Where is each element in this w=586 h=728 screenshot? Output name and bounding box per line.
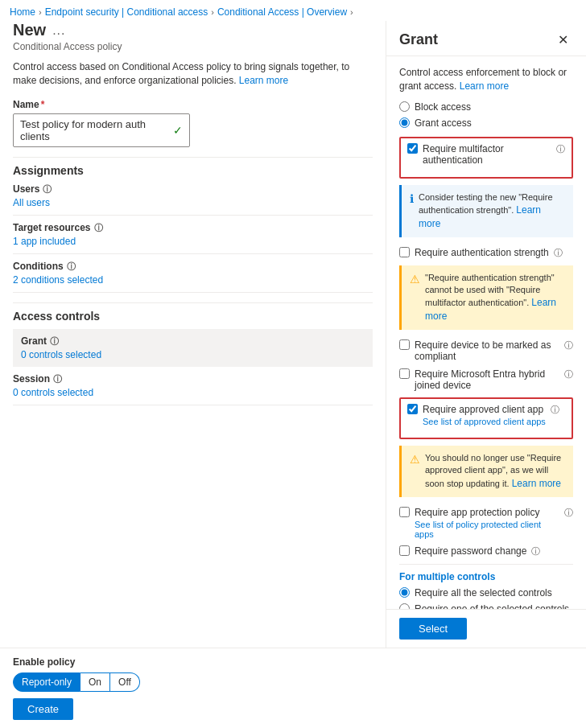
breadcrumb-overview[interactable]: Conditional Access | Overview	[217, 6, 347, 18]
users-value[interactable]: All users	[13, 197, 373, 216]
block-access-radio[interactable]	[399, 101, 410, 112]
require-hybrid-info-icon[interactable]: ⓘ	[564, 368, 573, 380]
require-password-change-label: Require password change	[415, 545, 526, 557]
require-compliant-label: Require device to be marked as compliant	[415, 339, 559, 362]
require-hybrid-checkbox[interactable]	[399, 368, 410, 379]
conditions-info-icon[interactable]: ⓘ	[67, 261, 76, 273]
name-input[interactable]: Test policy for modern auth clients ✓	[13, 113, 190, 147]
page-subtitle: Conditional Access policy	[13, 41, 373, 52]
breadcrumb: Home › Endpoint security | Conditional a…	[0, 0, 586, 21]
approved-app-link[interactable]: See list of approved client apps	[423, 417, 546, 426]
session-info-icon[interactable]: ⓘ	[53, 373, 62, 385]
grant-panel-header: Grant ✕	[386, 21, 586, 56]
bottom-bar: Enable policy Report-only On Off Create	[0, 648, 586, 728]
grant-access-radio-row: Grant access	[399, 117, 573, 129]
require-app-protection-info-icon[interactable]: ⓘ	[564, 507, 573, 519]
dots-menu[interactable]: ...	[52, 23, 65, 38]
grant-box[interactable]: Grant ⓘ 0 controls selected	[13, 329, 373, 367]
toggle-row: Report-only On Off	[13, 672, 573, 692]
right-panel: Grant ✕ Control access enforcement to bl…	[386, 21, 586, 648]
warning-approved-app-icon: ⚠	[410, 452, 420, 491]
grant-panel-description: Control access enforcement to block or g…	[399, 66, 573, 93]
require-mfa-label: Require multifactor authentication	[423, 143, 551, 166]
require-one-radio-row: Require one of the selected controls	[399, 603, 573, 609]
name-input-value: Test policy for modern auth clients	[20, 118, 173, 142]
session-label: Session ⓘ	[13, 373, 373, 385]
require-approved-app-label: Require approved client app See list of …	[423, 404, 546, 426]
app-protection-link[interactable]: See list of policy protected client apps	[415, 520, 559, 539]
grant-info-icon[interactable]: ⓘ	[50, 335, 59, 348]
grant-access-label: Grant access	[415, 117, 472, 129]
users-info-icon[interactable]: ⓘ	[43, 183, 52, 195]
name-label: Name*	[13, 99, 373, 110]
grant-panel-body: Control access enforcement to block or g…	[386, 56, 586, 609]
grant-learn-more[interactable]: Learn more	[460, 80, 509, 92]
warning-triangle-icon: ⚠	[410, 272, 420, 323]
require-all-radio[interactable]	[399, 587, 410, 598]
require-auth-strength-label: Require authentication strength	[415, 247, 549, 258]
conditions-value[interactable]: 2 conditions selected	[13, 274, 373, 293]
block-access-radio-row: Block access	[399, 101, 573, 113]
require-all-radio-row: Require all the selected controls	[399, 587, 573, 598]
require-mfa-item: Require multifactor authentication ⓘ	[407, 143, 565, 166]
require-mfa-highlight: Require multifactor authentication ⓘ	[399, 137, 573, 179]
session-value[interactable]: 0 controls selected	[13, 387, 373, 405]
enable-policy-label: Enable policy	[13, 656, 573, 668]
require-compliant-item: Require device to be marked as compliant…	[399, 339, 573, 362]
select-button[interactable]: Select	[399, 618, 467, 640]
warning-box-approved-app: ⚠ You should no longer use "Require appr…	[399, 446, 573, 497]
multiple-controls-title: For multiple controls	[399, 571, 573, 582]
require-mfa-checkbox[interactable]	[407, 143, 418, 154]
conditions-label: Conditions ⓘ	[13, 261, 373, 273]
require-approved-app-highlight: Require approved client app See list of …	[399, 397, 573, 439]
target-resources-info-icon[interactable]: ⓘ	[94, 222, 103, 234]
breadcrumb-endpoint[interactable]: Endpoint security | Conditional access	[45, 6, 208, 18]
assignments-title: Assignments	[13, 164, 373, 177]
grant-access-radio[interactable]	[399, 117, 410, 128]
close-button[interactable]: ✕	[553, 31, 573, 49]
require-approved-app-info-icon[interactable]: ⓘ	[551, 404, 559, 416]
require-app-protection-label: Require app protection policy See list o…	[415, 507, 559, 539]
description-text: Control access based on Conditional Acce…	[13, 60, 373, 88]
require-approved-app-item: Require approved client app See list of …	[407, 404, 565, 426]
require-password-change-item: Require password change ⓘ	[399, 545, 573, 557]
grant-label: Grant ⓘ	[21, 335, 365, 348]
require-auth-strength-checkbox[interactable]	[399, 247, 410, 257]
checkmark-icon: ✓	[173, 124, 183, 137]
grant-panel-footer: Select	[386, 609, 586, 648]
warning-auth-learn-more[interactable]: Learn more	[425, 297, 556, 322]
page-title: New	[13, 21, 46, 39]
require-app-protection-checkbox[interactable]	[399, 507, 410, 517]
left-panel: New ... Conditional Access policy Contro…	[0, 21, 386, 648]
require-one-radio[interactable]	[399, 603, 410, 609]
require-approved-app-checkbox[interactable]	[407, 404, 418, 414]
require-hybrid-label: Require Microsoft Entra hybrid joined de…	[415, 368, 559, 391]
require-compliant-checkbox[interactable]	[399, 339, 410, 350]
require-one-label: Require one of the selected controls	[415, 603, 569, 609]
require-auth-strength-info-icon[interactable]: ⓘ	[554, 247, 563, 259]
breadcrumb-sep3: ›	[350, 7, 353, 17]
toggle-report-only[interactable]: Report-only	[13, 672, 80, 692]
create-button[interactable]: Create	[13, 698, 73, 720]
breadcrumb-home[interactable]: Home	[10, 6, 35, 18]
require-mfa-info-icon[interactable]: ⓘ	[556, 143, 565, 155]
warning-approved-learn-more[interactable]: Learn more	[512, 478, 561, 489]
require-auth-strength-item: Require authentication strength ⓘ	[399, 247, 573, 259]
info-learn-more[interactable]: Learn more	[419, 204, 541, 229]
require-hybrid-item: Require Microsoft Entra hybrid joined de…	[399, 368, 573, 391]
require-password-change-checkbox[interactable]	[399, 545, 410, 556]
require-compliant-info-icon[interactable]: ⓘ	[564, 339, 573, 352]
target-resources-label: Target resources ⓘ	[13, 222, 373, 234]
target-resources-value[interactable]: 1 app included	[13, 236, 373, 254]
breadcrumb-sep2: ›	[211, 7, 214, 17]
toggle-on[interactable]: On	[80, 672, 110, 692]
warning-box-auth-strength: ⚠ "Require authentication strength" cann…	[399, 265, 573, 330]
grant-value: 0 controls selected	[21, 349, 365, 360]
learn-more-link[interactable]: Learn more	[239, 75, 288, 86]
toggle-off[interactable]: Off	[110, 672, 140, 692]
require-app-protection-item: Require app protection policy See list o…	[399, 507, 573, 539]
require-all-label: Require all the selected controls	[415, 587, 552, 598]
require-password-change-info-icon[interactable]: ⓘ	[531, 545, 540, 557]
info-circle-icon: ℹ	[410, 191, 414, 231]
breadcrumb-sep1: ›	[39, 7, 42, 17]
